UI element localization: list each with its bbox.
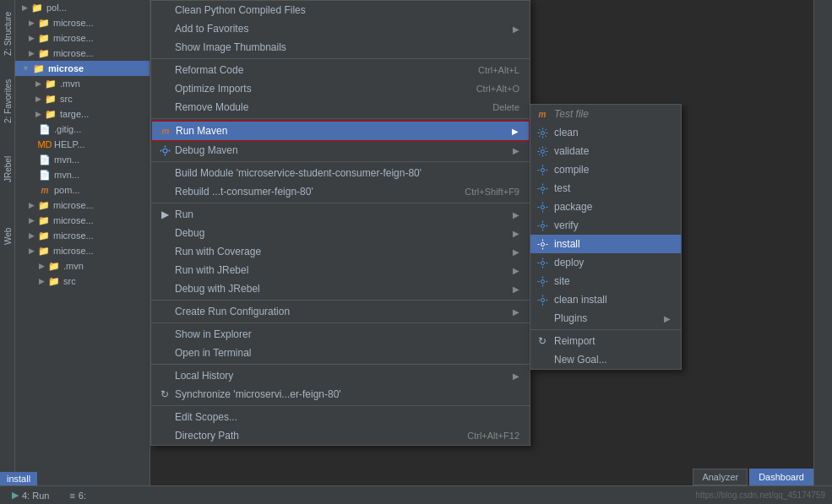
menu-run[interactable]: ▶ Run ▶ — [151, 205, 530, 224]
submenu-site[interactable]: site — [530, 272, 681, 290]
submenu-validate[interactable]: validate — [530, 142, 681, 160]
sidebar-item-pom[interactable]: m pom... — [15, 182, 150, 198]
sidebar-item-1[interactable]: ▶ 📁 microse... — [15, 15, 150, 30]
sidebar-label-pom: pom... — [54, 185, 80, 195]
context-menu: Clean Python Compiled Files Add to Favor… — [150, 0, 530, 446]
menu-directory-path[interactable]: Directory Path Ctrl+Alt+F12 — [151, 426, 530, 445]
menu-clean-python-label: Clean Python Compiled Files — [175, 4, 306, 16]
menu-run-maven[interactable]: m Run Maven ▶ — [151, 121, 530, 141]
folder-icon-mvn: 📁 — [45, 78, 57, 89]
sidebar-item-ms3[interactable]: ▶ 📁 microse... — [15, 228, 150, 243]
jrebel-tab[interactable]: JRebel — [0, 135, 15, 203]
menu-rebuild[interactable]: Rebuild ...t-consumer-feign-80' Ctrl+Shi… — [151, 182, 530, 201]
url-status: https://blog.csdn.net/qq_45174759 — [696, 490, 825, 500]
sidebar-item-2[interactable]: ▶ 📁 microse... — [15, 30, 150, 46]
submenu-new-goal[interactable]: New Goal... — [530, 350, 681, 369]
sidebar-item-ms1[interactable]: ▶ 📁 microse... — [15, 198, 150, 213]
submenu-site-icon — [536, 274, 549, 288]
sidebar-item-3[interactable]: ▶ 📁 microse... — [15, 46, 150, 61]
menu-sep-6 — [151, 322, 530, 323]
analyzer-tab[interactable]: Analyzer — [693, 469, 748, 485]
folder-icon-ms3: 📁 — [38, 230, 50, 241]
sidebar-item-mvn[interactable]: ▶ 📁 .mvn — [15, 76, 150, 91]
menu-clean-python[interactable]: Clean Python Compiled Files — [151, 1, 530, 19]
sidebar-item-0[interactable]: ▶ 📁 pol... — [15, 0, 150, 15]
menu-edit-scopes[interactable]: Edit Scopes... — [151, 408, 530, 426]
sidebar-item-src2[interactable]: ▶ 📁 src — [15, 274, 150, 289]
folder-icon-sel: 📁 — [33, 62, 45, 74]
sidebar-label-mvnw1: mvn... — [54, 154, 79, 165]
submenu-install[interactable]: install — [530, 235, 681, 253]
menu-debug[interactable]: Debug ▶ — [151, 224, 530, 242]
debug-maven-icon — [158, 144, 171, 157]
sidebar-item-src[interactable]: ▶ 📁 src — [15, 91, 150, 106]
todo-tab[interactable]: ≡ 6: — [64, 489, 91, 502]
submenu-deploy[interactable]: deploy — [530, 253, 681, 272]
submenu-clean-install[interactable]: clean install — [530, 290, 681, 309]
submenu-clean-label: clean — [554, 127, 579, 138]
structure-tab[interactable]: Z: Structure — [0, 0, 15, 68]
menu-optimize-shortcut: Ctrl+Alt+O — [476, 84, 519, 94]
sidebar-label-mvnw2: mvn... — [54, 170, 79, 180]
menu-run-jrebel[interactable]: Run with JRebel ▶ — [151, 261, 530, 279]
dashboard-tab[interactable]: Dashboard — [749, 469, 813, 485]
menu-optimize[interactable]: Optimize Imports Ctrl+Alt+O — [151, 79, 530, 98]
menu-create-run-arrow: ▶ — [513, 307, 519, 317]
sidebar-item-target[interactable]: ▶ 📁 targe... — [15, 106, 150, 122]
menu-show-explorer[interactable]: Show in Explorer — [151, 325, 530, 344]
menu-sep-8 — [151, 405, 530, 406]
file-icon-gitig: 📄 — [39, 123, 51, 135]
folder-icon-src: 📁 — [45, 93, 57, 105]
gear-svg-debug — [160, 145, 171, 156]
collapse-arrow-ms4: ▶ — [29, 247, 35, 255]
gear-svg-package — [537, 202, 548, 213]
submenu-verify-label: verify — [554, 219, 579, 231]
menu-build-module[interactable]: Build Module 'microservice-student-consu… — [151, 164, 530, 182]
menu-reformat[interactable]: Reformat Code Ctrl+Alt+L — [151, 61, 530, 79]
menu-run-coverage-label: Run with Coverage — [175, 246, 261, 257]
submenu-test[interactable]: test — [530, 179, 681, 198]
sidebar-item-gitig[interactable]: 📄 .gitig... — [15, 122, 150, 137]
menu-remove-module[interactable]: Remove Module Delete — [151, 98, 530, 117]
favorites-tab[interactable]: 2: Favorites — [0, 68, 15, 135]
menu-debug-jrebel-label: Debug with JRebel — [175, 283, 260, 295]
file-icon-pom: m — [39, 184, 51, 196]
sidebar-item-mvnw1[interactable]: 📄 mvn... — [15, 152, 150, 167]
menu-show-explorer-label: Show in Explorer — [175, 328, 252, 340]
menu-add-favorites[interactable]: Add to Favorites ▶ — [151, 19, 530, 38]
menu-create-run[interactable]: Create Run Configuration ▶ — [151, 302, 530, 321]
submenu-header: m Test file — [530, 105, 681, 123]
menu-local-history[interactable]: Local History ▶ — [151, 366, 530, 385]
submenu-compile[interactable]: compile — [530, 160, 681, 179]
submenu-package[interactable]: package — [530, 198, 681, 216]
menu-synchronize[interactable]: ↻ Synchronize 'microservi...er-feign-80' — [151, 385, 530, 404]
menu-show-thumbnails[interactable]: Show Image Thumbnails — [151, 38, 530, 57]
sidebar-label-3: microse... — [53, 48, 94, 58]
submenu-reimport[interactable]: ↻ Reimport — [530, 332, 681, 350]
folder-icon-0: 📁 — [31, 2, 43, 14]
submenu-plugins[interactable]: Plugins ▶ — [530, 309, 681, 328]
submenu-clean-icon — [536, 126, 549, 139]
submenu-m-icon: m — [536, 107, 549, 121]
submenu-verify[interactable]: verify — [530, 216, 681, 235]
menu-run-coverage[interactable]: Run with Coverage ▶ — [151, 242, 530, 261]
menu-open-terminal[interactable]: Open in Terminal — [151, 344, 530, 362]
sidebar-item-help[interactable]: MD HELP... — [15, 137, 150, 152]
menu-debug-maven[interactable]: Debug Maven ▶ — [151, 141, 530, 160]
menu-sep-5 — [151, 300, 530, 301]
svg-point-2 — [164, 154, 166, 155]
sidebar-item-ms4[interactable]: ▶ 📁 microse... — [15, 243, 150, 258]
sidebar-item-mvn2[interactable]: ▶ 📁 .mvn — [15, 258, 150, 274]
sidebar-item-selected[interactable]: ▼ 📁 microse — [15, 61, 150, 76]
submenu-package-label: package — [554, 201, 592, 213]
sidebar-item-ms2[interactable]: ▶ 📁 microse... — [15, 213, 150, 228]
svg-point-11 — [541, 242, 544, 246]
submenu-clean[interactable]: clean — [530, 123, 681, 142]
menu-open-terminal-label: Open in Terminal — [175, 347, 252, 359]
collapse-arrow-src: ▶ — [35, 95, 41, 103]
folder-icon-mvn2: 📁 — [48, 260, 60, 272]
run-tab[interactable]: ▶ 4: Run — [7, 488, 54, 502]
sidebar-item-mvnw2[interactable]: 📄 mvn... — [15, 167, 150, 182]
menu-debug-jrebel[interactable]: Debug with JRebel ▶ — [151, 279, 530, 298]
web-tab[interactable]: Web — [0, 203, 15, 270]
